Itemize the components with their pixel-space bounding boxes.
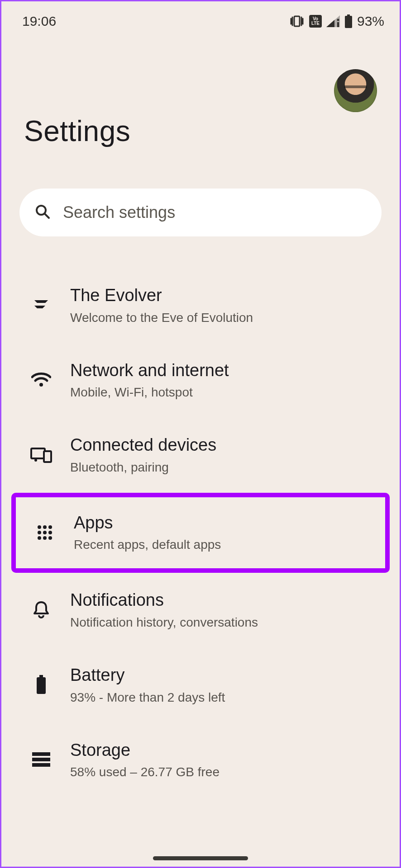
- item-subtitle: Notification history, conversations: [70, 615, 377, 630]
- item-title: Network and internet: [70, 360, 377, 381]
- item-title: Battery: [70, 665, 377, 686]
- battery-icon: [29, 675, 54, 695]
- svg-point-13: [43, 525, 47, 529]
- item-subtitle: Recent apps, default apps: [74, 538, 373, 552]
- settings-item-notifications[interactable]: Notifications Notification history, conv…: [10, 573, 391, 648]
- vibrate-icon: [289, 15, 305, 28]
- bell-icon: [29, 600, 54, 619]
- battery-percentage: 93%: [357, 14, 384, 29]
- volte-icon: VoLTE: [309, 15, 322, 28]
- signal-icon: [326, 15, 340, 27]
- settings-item-connected[interactable]: Connected devices Bluetooth, pairing: [10, 418, 391, 493]
- svg-rect-3: [347, 14, 350, 16]
- svg-point-17: [48, 531, 52, 534]
- settings-item-storage[interactable]: Storage 58% used – 26.77 GB free: [10, 723, 391, 798]
- svg-rect-24: [32, 758, 50, 761]
- svg-point-14: [48, 525, 52, 529]
- item-title: Connected devices: [70, 435, 377, 456]
- svg-rect-10: [44, 451, 51, 462]
- evolver-icon: [29, 296, 54, 315]
- status-bar: 19:06 VoLTE 93%: [1, 1, 400, 33]
- status-right: VoLTE 93%: [289, 14, 384, 29]
- search-input[interactable]: [63, 203, 366, 222]
- settings-item-evolver[interactable]: The Evolver Welcome to the Eve of Evolut…: [10, 268, 391, 343]
- svg-point-11: [34, 459, 37, 462]
- item-title: Notifications: [70, 590, 377, 611]
- svg-point-2: [337, 19, 339, 21]
- wifi-icon: [29, 372, 54, 388]
- battery-icon: [344, 14, 353, 28]
- item-subtitle: Bluetooth, pairing: [70, 460, 377, 475]
- svg-rect-4: [345, 16, 352, 28]
- page-title: Settings: [24, 114, 377, 148]
- svg-rect-21: [39, 675, 43, 677]
- svg-point-8: [39, 383, 43, 387]
- settings-item-battery[interactable]: Battery 93% - More than 2 days left: [10, 648, 391, 723]
- item-title: Apps: [74, 513, 373, 533]
- svg-point-12: [38, 525, 41, 529]
- status-time: 19:06: [22, 14, 56, 29]
- search-icon: [35, 204, 50, 221]
- item-subtitle: 58% used – 26.77 GB free: [70, 765, 377, 779]
- svg-rect-22: [37, 677, 46, 694]
- svg-point-16: [43, 531, 47, 534]
- svg-rect-9: [31, 448, 45, 458]
- item-title: Storage: [70, 740, 377, 761]
- search-bar[interactable]: [19, 189, 382, 236]
- item-subtitle: Mobile, Wi-Fi, hotspot: [70, 385, 377, 400]
- devices-icon: [29, 447, 54, 463]
- apps-icon: [32, 524, 57, 541]
- storage-icon: [29, 751, 54, 768]
- svg-rect-25: [32, 763, 50, 767]
- settings-item-apps[interactable]: Apps Recent apps, default apps: [14, 495, 387, 571]
- settings-item-network[interactable]: Network and internet Mobile, Wi-Fi, hots…: [10, 343, 391, 418]
- item-subtitle: Welcome to the Eve of Evolution: [70, 311, 377, 325]
- header: Settings: [1, 33, 400, 148]
- svg-rect-23: [32, 752, 50, 756]
- svg-line-7: [45, 214, 49, 218]
- settings-list: The Evolver Welcome to the Eve of Evolut…: [1, 268, 400, 797]
- svg-rect-0: [294, 16, 300, 26]
- profile-avatar[interactable]: [334, 69, 377, 112]
- svg-point-15: [38, 531, 41, 534]
- gesture-bar[interactable]: [153, 856, 248, 860]
- item-title: The Evolver: [70, 285, 377, 306]
- svg-rect-1: [337, 22, 339, 27]
- svg-point-19: [43, 536, 47, 540]
- svg-point-18: [38, 536, 41, 540]
- item-subtitle: 93% - More than 2 days left: [70, 690, 377, 705]
- svg-point-20: [48, 536, 52, 540]
